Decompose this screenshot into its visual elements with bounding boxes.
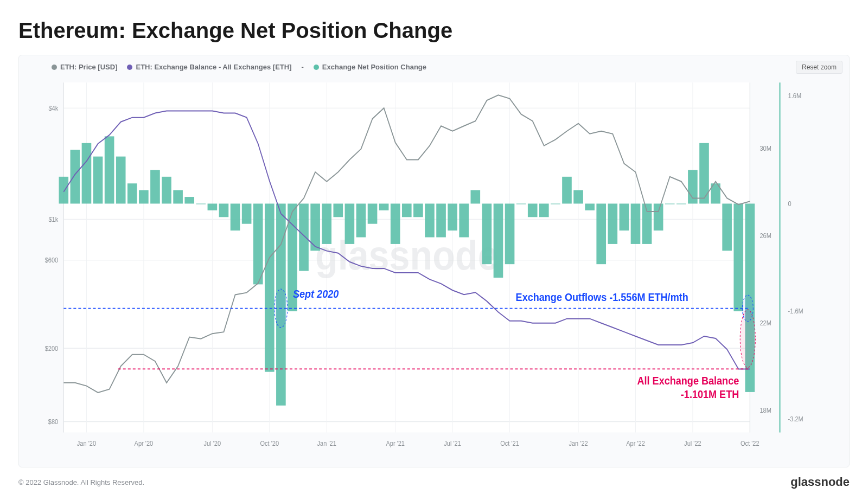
legend-net-label: Exchange Net Position Change <box>322 63 426 71</box>
legend-net-swatch <box>314 65 319 70</box>
svg-rect-52 <box>219 203 229 217</box>
svg-rect-55 <box>253 203 263 284</box>
svg-text:1.6M: 1.6M <box>788 92 802 100</box>
svg-rect-61 <box>322 203 331 243</box>
svg-rect-66 <box>379 203 389 210</box>
legend-balance-label: ETH: Exchange Balance - All Exchanges [E… <box>136 63 291 71</box>
svg-rect-96 <box>722 203 732 251</box>
legend-price[interactable]: ETH: Price [USD] <box>52 63 117 71</box>
svg-rect-50 <box>196 203 206 204</box>
svg-text:Jul '20: Jul '20 <box>204 439 221 447</box>
svg-rect-47 <box>162 177 171 204</box>
legend-price-label: ETH: Price [USD] <box>60 63 117 71</box>
svg-text:26M: 26M <box>760 232 771 239</box>
svg-rect-67 <box>391 203 400 243</box>
svg-rect-74 <box>470 190 480 204</box>
svg-rect-68 <box>402 203 412 217</box>
legend-net[interactable]: Exchange Net Position Change <box>314 63 426 71</box>
svg-text:glassnode: glassnode <box>315 233 499 278</box>
svg-rect-63 <box>345 203 355 243</box>
svg-text:Oct '22: Oct '22 <box>741 439 760 447</box>
svg-text:Sept 2020: Sept 2020 <box>293 288 339 300</box>
svg-rect-44 <box>127 183 137 203</box>
svg-rect-91 <box>665 203 675 204</box>
svg-rect-89 <box>642 203 652 243</box>
svg-rect-80 <box>539 203 549 217</box>
svg-text:$80: $80 <box>48 418 59 426</box>
copyright: © 2022 Glassnode. All Rights Reserved. <box>18 478 144 486</box>
svg-rect-75 <box>482 203 492 264</box>
svg-text:$4k: $4k <box>48 104 58 112</box>
svg-text:Oct '21: Oct '21 <box>500 439 519 447</box>
svg-rect-64 <box>356 203 366 237</box>
svg-point-112 <box>742 295 753 322</box>
svg-rect-85 <box>596 203 606 264</box>
svg-point-110 <box>275 289 288 328</box>
svg-rect-81 <box>551 203 560 204</box>
svg-rect-84 <box>585 203 595 210</box>
svg-text:Jan '20: Jan '20 <box>77 439 97 447</box>
svg-rect-97 <box>733 203 743 311</box>
svg-rect-83 <box>573 190 583 204</box>
svg-rect-88 <box>631 203 641 243</box>
svg-text:Jan '22: Jan '22 <box>569 439 588 447</box>
svg-text:$1k: $1k <box>48 215 58 223</box>
svg-rect-46 <box>150 170 160 203</box>
svg-rect-39 <box>71 150 80 203</box>
svg-rect-56 <box>265 203 275 371</box>
svg-rect-72 <box>448 203 457 230</box>
svg-rect-49 <box>184 197 194 203</box>
svg-text:Jul '22: Jul '22 <box>684 439 701 447</box>
svg-rect-87 <box>620 203 629 230</box>
svg-rect-40 <box>82 143 92 204</box>
svg-text:22M: 22M <box>760 319 771 327</box>
svg-rect-92 <box>676 203 686 204</box>
svg-rect-90 <box>654 203 663 230</box>
svg-text:Apr '20: Apr '20 <box>135 439 154 447</box>
svg-text:Apr '22: Apr '22 <box>626 439 645 447</box>
svg-text:-3.2M: -3.2M <box>788 415 803 422</box>
svg-rect-62 <box>333 203 343 217</box>
svg-text:18M: 18M <box>760 407 771 414</box>
legend-balance-swatch <box>127 65 132 70</box>
brand-logo: glassnode <box>790 475 850 489</box>
svg-rect-70 <box>425 203 435 237</box>
svg-rect-38 <box>59 177 68 204</box>
svg-rect-82 <box>562 177 572 204</box>
svg-rect-77 <box>505 203 515 264</box>
svg-text:Exchange Outflows -1.556M ETH/: Exchange Outflows -1.556M ETH/mth <box>516 291 688 303</box>
svg-rect-94 <box>699 143 709 204</box>
reset-zoom-button[interactable]: Reset zoom <box>796 61 843 74</box>
legend: ETH: Price [USD] ETH: Exchange Balance -… <box>19 55 849 73</box>
svg-text:Oct '20: Oct '20 <box>260 439 279 447</box>
svg-rect-42 <box>105 136 114 203</box>
svg-rect-59 <box>299 203 309 271</box>
svg-rect-54 <box>242 203 252 223</box>
svg-rect-71 <box>436 203 446 237</box>
legend-dash: - <box>302 63 304 71</box>
svg-text:Jul '21: Jul '21 <box>444 439 461 447</box>
svg-rect-76 <box>494 203 503 277</box>
svg-text:All Exchange Balance: All Exchange Balance <box>637 375 739 387</box>
svg-rect-53 <box>231 203 240 230</box>
svg-text:-1.6M: -1.6M <box>788 307 803 315</box>
svg-text:30M: 30M <box>760 144 771 152</box>
svg-rect-78 <box>516 203 526 204</box>
svg-rect-73 <box>459 203 469 237</box>
svg-rect-69 <box>413 203 423 217</box>
svg-text:0: 0 <box>788 200 792 207</box>
svg-rect-86 <box>608 203 617 243</box>
svg-text:Apr '21: Apr '21 <box>386 439 405 447</box>
svg-rect-51 <box>208 203 218 210</box>
svg-text:-1.101M ETH: -1.101M ETH <box>681 388 739 400</box>
svg-rect-41 <box>93 157 103 204</box>
svg-rect-45 <box>139 190 149 204</box>
legend-price-swatch <box>52 65 57 70</box>
svg-rect-43 <box>116 157 126 204</box>
chart-area[interactable]: $80$200$600$1k$4kJan '20Apr '20Jul '20Oc… <box>19 73 849 467</box>
page-title: Ethereum: Exchange Net Position Change <box>18 18 850 43</box>
chart-card: Reset zoom ETH: Price [USD] ETH: Exchang… <box>18 55 850 467</box>
svg-text:$200: $200 <box>45 344 59 352</box>
legend-balance[interactable]: ETH: Exchange Balance - All Exchanges [E… <box>127 63 291 71</box>
svg-text:Jan '21: Jan '21 <box>317 439 336 447</box>
